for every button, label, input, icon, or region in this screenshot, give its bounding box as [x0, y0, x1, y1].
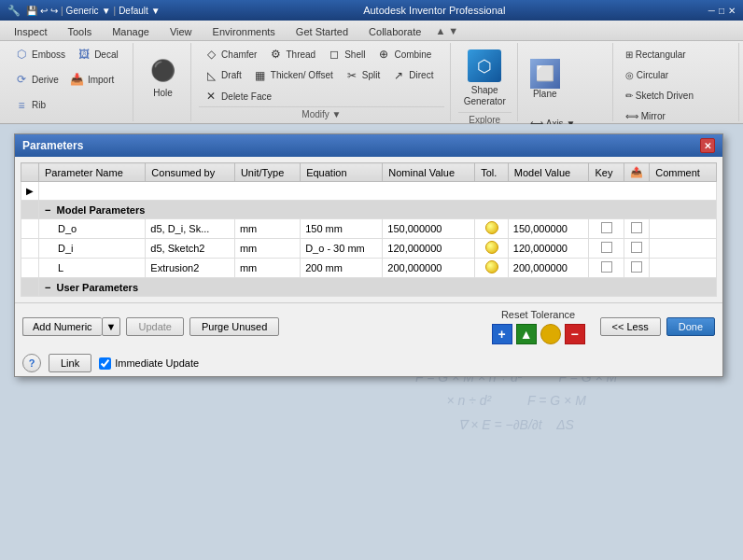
thicken-button[interactable]: ▦ Thicken/ Offset: [248, 66, 338, 85]
hole-button[interactable]: ⚫ Hole: [144, 45, 183, 108]
equation-l[interactable]: 200 mm: [301, 259, 383, 278]
split-button[interactable]: ✂ Split: [340, 66, 385, 85]
dialog-body: Parameter Name Consumed by Unit/Type Equ…: [15, 157, 722, 302]
add-numeric-button[interactable]: Add Numeric: [22, 317, 102, 336]
tol-do[interactable]: [475, 219, 509, 239]
nominal-di: 120,000000: [383, 239, 475, 259]
mirror-button[interactable]: ⟺ Mirror: [621, 106, 670, 125]
thread-button[interactable]: ⚙ Thread: [263, 45, 320, 63]
tab-view[interactable]: View: [160, 22, 203, 40]
export-di[interactable]: [624, 239, 650, 259]
decal-icon: 🖼: [77, 47, 91, 62]
draft-button[interactable]: ◺ Draft: [199, 66, 246, 85]
shape-generator-button[interactable]: ⬡ ShapeGenerator: [457, 45, 512, 112]
tab-collaborate[interactable]: Collaborate: [358, 22, 431, 40]
tol-di[interactable]: [475, 239, 509, 259]
model-val-do: 150,000000: [508, 219, 589, 239]
comment-di[interactable]: [650, 239, 717, 259]
decal-button[interactable]: 🖼 Decal: [72, 45, 123, 63]
emboss-icon: ⬡: [14, 47, 29, 62]
link-button[interactable]: Link: [49, 354, 91, 372]
export-l[interactable]: [624, 259, 650, 278]
collapse-icon[interactable]: −: [45, 204, 50, 216]
emboss-button[interactable]: ⬡ Emboss: [9, 45, 70, 63]
parameters-table: Parameter Name Consumed by Unit/Type Equ…: [21, 162, 717, 297]
param-name-di[interactable]: D_i: [39, 239, 146, 259]
equation-di[interactable]: D_o - 30 mm: [301, 239, 383, 259]
update-button[interactable]: Update: [126, 317, 183, 336]
ribbon-group-hole-fillet: ⚫ Hole ⌒ Fillet: [135, 43, 191, 121]
col-nominal-value: Nominal Value: [383, 163, 475, 182]
less-less-button[interactable]: << Less: [600, 317, 661, 336]
dialog-footer-link: ? Link Immediate Update: [15, 350, 722, 376]
sketch-driven-button[interactable]: ✏ Sketch Driven: [621, 86, 698, 105]
modify-items: ◇ Chamfer ⚙ Thread ◻ Shell ⊕ Combine ◺: [199, 45, 444, 106]
chamfer-icon: ◇: [203, 47, 218, 62]
param-name-do[interactable]: D_o: [39, 219, 146, 239]
tolerance-triangle-button[interactable]: ▲: [516, 324, 537, 344]
ribbon: Inspect Tools Manage View Environments G…: [0, 21, 743, 124]
derive-button[interactable]: ⟳ Derive: [9, 70, 63, 89]
import-button[interactable]: 📥 Import: [65, 70, 119, 89]
shell-icon: ◻: [327, 47, 342, 62]
dialog-close-button[interactable]: ✕: [700, 138, 715, 153]
tol-l[interactable]: [475, 259, 509, 278]
explore-label: Explore: [458, 112, 512, 125]
tab-manage[interactable]: Manage: [102, 22, 160, 40]
add-numeric-dropdown-button[interactable]: ▼: [102, 317, 121, 336]
delete-face-button[interactable]: ✕ Delete Face: [199, 87, 276, 105]
tab-environments[interactable]: Environments: [203, 22, 286, 40]
dialog-footer-main: Add Numeric ▼ Update Purge Unused Reset …: [15, 302, 722, 350]
col-equation: Equation: [301, 163, 383, 182]
export-do[interactable]: [624, 219, 650, 239]
immediate-update-label[interactable]: Immediate Update: [99, 357, 199, 370]
tolerance-circle-button[interactable]: [540, 324, 561, 344]
key-do[interactable]: [589, 219, 624, 239]
main-area: ∇ × E = −∂B/∂t ΔSuniverse > 0 ∇ × E = −∂…: [0, 124, 743, 560]
rectangular-button[interactable]: ⊞ Rectangular: [621, 45, 691, 63]
direct-button[interactable]: ↗ Direct: [386, 66, 438, 85]
purge-unused-button[interactable]: Purge Unused: [189, 317, 279, 336]
row-arrow: ▶: [21, 182, 39, 201]
plane-button[interactable]: ⬜ Plane: [526, 45, 565, 112]
unit-do: mm: [234, 219, 300, 239]
col-unit-type: Unit/Type: [234, 163, 300, 182]
key-di[interactable]: [589, 239, 624, 259]
dialog-title-bar: Parameters ✕: [15, 134, 722, 157]
shell-button[interactable]: ◻ Shell: [322, 45, 370, 63]
param-name-l[interactable]: L: [39, 259, 146, 278]
tolerance-minus-button[interactable]: −: [565, 324, 585, 344]
title-bar-left: 🔧 💾↩↪| Generic▼| Default▼: [7, 5, 161, 17]
immediate-update-text: Immediate Update: [115, 357, 199, 369]
user-collapse-icon[interactable]: −: [45, 282, 50, 293]
shape-generator-icon: ⬡: [468, 49, 501, 82]
circular-button[interactable]: ◎ Circular: [621, 65, 673, 84]
key-l[interactable]: [589, 259, 624, 278]
comment-l[interactable]: [650, 259, 717, 278]
ribbon-content: ⬡ Emboss 🖼 Decal ⟳ Derive 📥 Import ≡: [0, 41, 743, 123]
col-model-value: Model Value: [508, 163, 589, 182]
ribbon-group-explore: ⬡ ShapeGenerator Explore: [453, 43, 518, 121]
rectangular-icon: ⊞: [625, 49, 633, 60]
ribbon-group-work-features: ⬜ Plane ⟷ Axis ▼ · Point ▼ ⌖ UCS: [520, 43, 613, 121]
tab-get-started[interactable]: Get Started: [286, 22, 358, 40]
tab-tools[interactable]: Tools: [57, 22, 102, 40]
col-export: 📤: [624, 163, 650, 182]
tolerance-plus-button[interactable]: +: [492, 324, 512, 344]
window-controls[interactable]: ─□✕: [708, 6, 736, 16]
direct-icon: ↗: [391, 68, 406, 83]
pattern-items: ⊞ Rectangular ◎ Circular ✏ Sketch Driven…: [621, 45, 733, 125]
tab-inspect[interactable]: Inspect: [4, 22, 57, 40]
col-key: Key: [589, 163, 624, 182]
reset-tolerance-section: Reset Tolerance + ▲ −: [492, 309, 585, 344]
comment-do[interactable]: [650, 219, 717, 239]
chamfer-button[interactable]: ◇ Chamfer: [199, 45, 261, 63]
col-param-name: Parameter Name: [39, 163, 146, 182]
immediate-update-checkbox[interactable]: [99, 357, 111, 370]
ribbon-group-modify: ◇ Chamfer ⚙ Thread ◻ Shell ⊕ Combine ◺: [193, 43, 451, 121]
equation-do[interactable]: 150 mm: [301, 219, 383, 239]
done-button[interactable]: Done: [666, 317, 715, 336]
help-button[interactable]: ?: [22, 354, 41, 372]
combine-button[interactable]: ⊕ Combine: [372, 45, 436, 63]
rib-button[interactable]: ≡ Rib: [9, 96, 50, 115]
